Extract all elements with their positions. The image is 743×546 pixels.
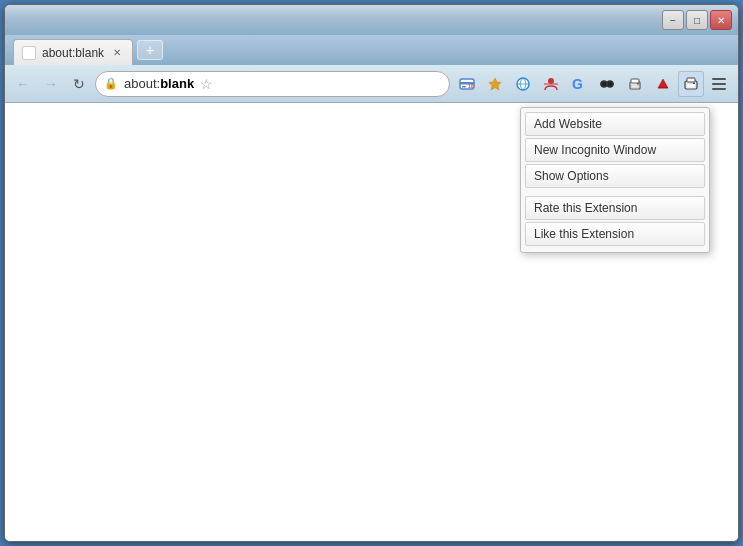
ext-icon-5[interactable]: G (566, 71, 592, 97)
active-tab[interactable]: about:blank ✕ (13, 39, 133, 65)
minimize-button[interactable]: − (662, 10, 684, 30)
ext-icon-1[interactable]: 10 (454, 71, 480, 97)
address-plain: about: (124, 76, 160, 91)
back-button[interactable]: ← (11, 72, 35, 96)
svg-rect-24 (693, 82, 695, 84)
svg-rect-2 (462, 86, 466, 88)
show-options-item[interactable]: Show Options (525, 164, 705, 188)
menu-button[interactable] (706, 71, 732, 97)
address-icon: 🔒 (104, 77, 118, 90)
address-bold: blank (160, 76, 194, 91)
extension-icons: 10 (454, 71, 732, 97)
tab-favicon (22, 46, 36, 60)
address-text: about:blank (124, 76, 194, 91)
svg-text:10: 10 (468, 83, 474, 89)
svg-rect-16 (631, 85, 639, 88)
svg-text:G: G (572, 76, 583, 92)
tab-bar: about:blank ✕ + (5, 35, 738, 65)
tab-close-button[interactable]: ✕ (110, 46, 124, 60)
svg-marker-4 (489, 78, 501, 90)
page-content: Add Website New Incognito Window Show Op… (5, 103, 738, 541)
maximize-button[interactable]: □ (686, 10, 708, 30)
ext-icon-7[interactable] (622, 71, 648, 97)
svg-rect-23 (687, 78, 695, 82)
close-button[interactable]: ✕ (710, 10, 732, 30)
ext-icon-8[interactable] (650, 71, 676, 97)
add-website-item[interactable]: Add Website (525, 112, 705, 136)
window-controls: − □ ✕ (662, 10, 732, 30)
svg-rect-22 (687, 84, 695, 88)
svg-marker-19 (658, 79, 668, 88)
toolbar: ← → ↻ 🔒 about:blank ☆ 10 (5, 65, 738, 103)
browser-window: − □ ✕ about:blank ✕ + ← → ↻ 🔒 about:blan… (4, 4, 739, 542)
ext-icon-9[interactable] (678, 71, 704, 97)
tab-title: about:blank (42, 46, 104, 60)
reload-button[interactable]: ↻ (67, 72, 91, 96)
svg-rect-17 (631, 79, 639, 83)
new-incognito-item[interactable]: New Incognito Window (525, 138, 705, 162)
ext-icon-2[interactable] (482, 71, 508, 97)
dropdown-menu: Add Website New Incognito Window Show Op… (520, 107, 710, 253)
title-bar: − □ ✕ (5, 5, 738, 35)
address-bar[interactable]: 🔒 about:blank ☆ (95, 71, 450, 97)
svg-point-11 (607, 81, 613, 87)
forward-button[interactable]: → (39, 72, 63, 96)
ext-icon-4[interactable] (538, 71, 564, 97)
ext-icon-3[interactable] (510, 71, 536, 97)
svg-point-10 (601, 81, 607, 87)
hamburger-icon (712, 78, 726, 90)
new-tab-button[interactable]: + (137, 40, 163, 60)
rate-extension-item[interactable]: Rate this Extension (525, 196, 705, 220)
star-icon[interactable]: ☆ (200, 76, 213, 92)
svg-rect-18 (637, 83, 639, 85)
svg-point-7 (548, 78, 554, 84)
ext-icon-6[interactable] (594, 71, 620, 97)
like-extension-item[interactable]: Like this Extension (525, 222, 705, 246)
